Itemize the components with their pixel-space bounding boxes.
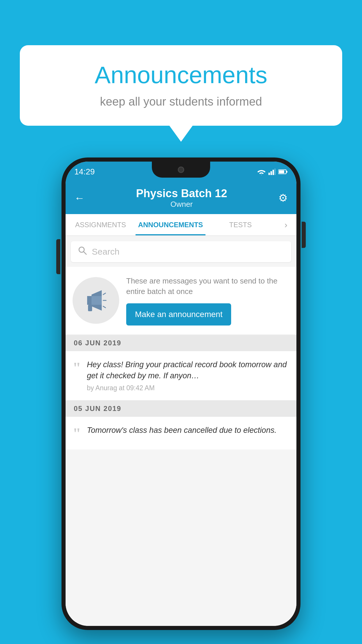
- status-icons: [257, 169, 288, 175]
- tab-announcements[interactable]: ANNOUNCEMENTS: [136, 214, 205, 235]
- header-title: Physics Batch 12: [136, 187, 227, 200]
- promo-right: These are messages you want to send to t…: [126, 276, 289, 326]
- svg-rect-6: [279, 170, 284, 173]
- settings-button[interactable]: ⚙: [278, 192, 288, 204]
- wifi-icon: [257, 169, 266, 175]
- svg-line-8: [84, 252, 86, 254]
- back-button[interactable]: ←: [74, 192, 85, 204]
- header-center: Physics Batch 12 Owner: [136, 187, 227, 209]
- announcement-item-1[interactable]: " Hey class! Bring your practical record…: [66, 351, 296, 401]
- search-bar[interactable]: Search: [71, 241, 291, 262]
- promo-card: These are messages you want to send to t…: [66, 267, 296, 334]
- announcement-item-2[interactable]: " Tomorrow's class has been cancelled du…: [66, 417, 296, 449]
- svg-rect-3: [275, 169, 275, 175]
- search-icon: [78, 246, 87, 258]
- announcement-text-2: Tomorrow's class has been cancelled due …: [87, 425, 289, 436]
- speech-bubble: Announcements keep all your students inf…: [20, 45, 342, 126]
- header-subtitle: Owner: [136, 200, 227, 209]
- bubble-title: Announcements: [37, 61, 325, 89]
- megaphone-icon: [83, 287, 109, 314]
- svg-marker-9: [87, 296, 92, 305]
- search-placeholder: Search: [92, 247, 120, 257]
- date-divider-2: 05 JUN 2019: [66, 400, 296, 417]
- tab-bar: ASSIGNMENTS ANNOUNCEMENTS TESTS ›: [66, 214, 296, 236]
- camera: [178, 167, 184, 173]
- date-divider-1: 06 JUN 2019: [66, 335, 296, 351]
- phone-wrapper: 14:29: [61, 158, 301, 630]
- tab-more[interactable]: ›: [275, 214, 296, 235]
- svg-rect-1: [270, 171, 272, 175]
- announcement-content-2: Tomorrow's class has been cancelled due …: [87, 425, 289, 439]
- announcement-content-1: Hey class! Bring your practical record b…: [87, 359, 289, 392]
- signal-icon: [268, 169, 275, 175]
- phone-screen: 14:29: [66, 162, 296, 626]
- speech-bubble-container: Announcements keep all your students inf…: [20, 45, 342, 126]
- svg-rect-10: [92, 296, 102, 305]
- announcement-meta-1: by Anurag at 09:42 AM: [87, 384, 289, 392]
- svg-rect-2: [273, 170, 274, 175]
- status-time: 14:29: [74, 167, 95, 176]
- svg-line-12: [103, 293, 106, 295]
- quote-icon-2: ": [73, 426, 81, 441]
- tab-assignments[interactable]: ASSIGNMENTS: [66, 214, 136, 235]
- svg-rect-11: [88, 305, 92, 311]
- promo-icon-circle: [73, 277, 119, 324]
- bubble-subtitle: keep all your students informed: [37, 95, 325, 108]
- battery-icon: [278, 169, 288, 174]
- phone-notch: [152, 162, 210, 178]
- make-announcement-button[interactable]: Make an announcement: [126, 303, 231, 326]
- announcement-text-1: Hey class! Bring your practical record b…: [87, 359, 289, 382]
- svg-rect-5: [286, 171, 287, 173]
- content-area: Search: [66, 236, 296, 626]
- quote-icon-1: ": [73, 360, 81, 376]
- phone-outer: 14:29: [61, 158, 301, 630]
- app-header: ← Physics Batch 12 Owner ⚙: [66, 182, 296, 214]
- promo-description: These are messages you want to send to t…: [126, 276, 289, 297]
- tab-tests[interactable]: TESTS: [205, 214, 275, 235]
- svg-line-14: [103, 306, 106, 308]
- svg-rect-0: [268, 173, 270, 175]
